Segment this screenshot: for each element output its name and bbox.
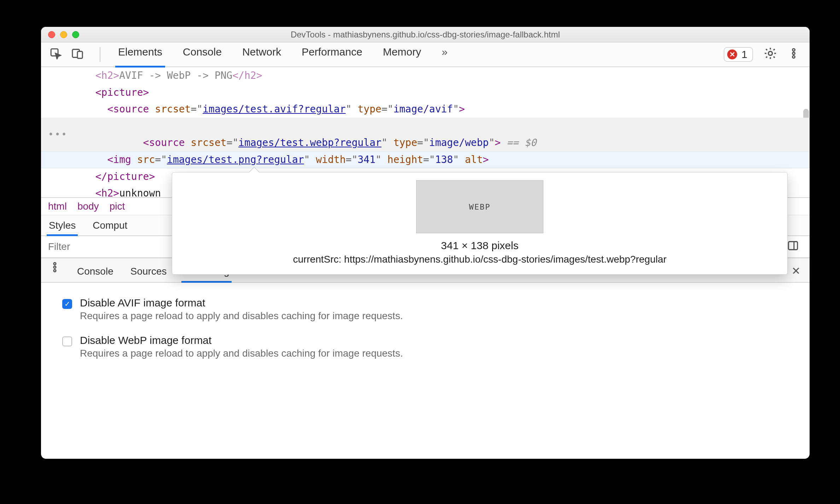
close-window-button[interactable] bbox=[48, 31, 55, 38]
error-icon: ✕ bbox=[727, 49, 737, 59]
rendering-option: ✓ Disable AVIF image format Requires a p… bbox=[62, 297, 795, 322]
svg-point-3 bbox=[768, 51, 772, 55]
more-menu-icon[interactable] bbox=[788, 47, 800, 62]
dom-line-hovered[interactable]: ••• <source srcset="images/test.webp?reg… bbox=[41, 118, 810, 151]
option-title: Disable AVIF image format bbox=[80, 297, 403, 309]
traffic-lights bbox=[41, 31, 79, 38]
svg-rect-2 bbox=[77, 51, 82, 58]
breadcrumb-item[interactable]: body bbox=[77, 201, 99, 212]
rendering-panel: ✓ Disable AVIF image format Requires a p… bbox=[41, 283, 810, 382]
svg-point-4 bbox=[793, 48, 795, 51]
error-count: 1 bbox=[741, 48, 747, 60]
tab-network[interactable]: Network bbox=[241, 42, 282, 67]
zoom-window-button[interactable] bbox=[72, 31, 79, 38]
dom-line-selected[interactable]: <img src="images/test.png?regular" width… bbox=[41, 151, 810, 168]
mac-titlebar: DevTools - mathiasbynens.github.io/css-d… bbox=[41, 27, 810, 42]
window-title: DevTools - mathiasbynens.github.io/css-d… bbox=[41, 30, 810, 40]
minimize-window-button[interactable] bbox=[60, 31, 67, 38]
image-preview-tooltip: WEBP 341 × 138 pixels currentSrc: https:… bbox=[172, 172, 788, 275]
tab-computed[interactable]: Comput bbox=[92, 220, 128, 235]
image-current-src: currentSrc: https://mathiasbynens.github… bbox=[183, 254, 777, 265]
svg-point-10 bbox=[54, 266, 56, 268]
svg-point-11 bbox=[54, 270, 56, 272]
checkbox-disable-avif[interactable]: ✓ bbox=[62, 299, 72, 309]
drawer-more-icon[interactable] bbox=[49, 261, 61, 282]
option-title: Disable WebP image format bbox=[80, 334, 403, 346]
image-dimensions: 341 × 138 pixels bbox=[183, 240, 777, 252]
drawer-tab-sources[interactable]: Sources bbox=[130, 266, 168, 282]
inspect-element-icon[interactable] bbox=[49, 47, 62, 62]
image-thumbnail: WEBP bbox=[416, 180, 543, 233]
devtools-window: DevTools - mathiasbynens.github.io/css-d… bbox=[41, 27, 810, 459]
breadcrumb-item[interactable]: html bbox=[48, 201, 67, 212]
tab-elements[interactable]: Elements bbox=[117, 42, 164, 67]
devtools-toolbar: Elements Console Network Performance Mem… bbox=[41, 42, 810, 67]
svg-point-5 bbox=[793, 52, 795, 54]
ellipsis-icon[interactable]: ••• bbox=[48, 127, 68, 142]
drawer-tab-console[interactable]: Console bbox=[76, 266, 114, 282]
option-desc: Requires a page reload to apply and disa… bbox=[80, 310, 403, 322]
rendering-option: Disable WebP image format Requires a pag… bbox=[62, 334, 795, 359]
svg-rect-7 bbox=[788, 241, 798, 250]
tabs-overflow-button[interactable]: » bbox=[440, 42, 449, 67]
tab-performance[interactable]: Performance bbox=[300, 42, 364, 67]
device-toolbar-icon[interactable] bbox=[71, 47, 83, 62]
thumb-label: WEBP bbox=[469, 203, 491, 211]
tab-styles[interactable]: Styles bbox=[48, 220, 76, 235]
tab-console[interactable]: Console bbox=[181, 42, 223, 67]
main-tabstrip: Elements Console Network Performance Mem… bbox=[117, 42, 449, 67]
close-drawer-icon[interactable]: ✕ bbox=[792, 265, 800, 277]
toolbar-divider bbox=[100, 47, 100, 62]
svg-point-6 bbox=[793, 55, 795, 58]
dom-line[interactable]: <picture> bbox=[41, 84, 810, 101]
svg-point-9 bbox=[54, 263, 56, 265]
dom-line[interactable]: <source srcset="images/test.avif?regular… bbox=[41, 101, 810, 118]
checkbox-disable-webp[interactable] bbox=[62, 336, 72, 346]
breadcrumb-item[interactable]: pict bbox=[110, 201, 125, 212]
error-count-badge[interactable]: ✕ 1 bbox=[724, 47, 753, 62]
tab-memory[interactable]: Memory bbox=[381, 42, 422, 67]
settings-gear-icon[interactable] bbox=[764, 47, 777, 63]
option-desc: Requires a page reload to apply and disa… bbox=[80, 348, 403, 359]
sidebar-toggle-icon[interactable] bbox=[787, 240, 799, 254]
dom-line[interactable]: <h2>AVIF -> WebP -> PNG</h2> bbox=[41, 67, 810, 84]
